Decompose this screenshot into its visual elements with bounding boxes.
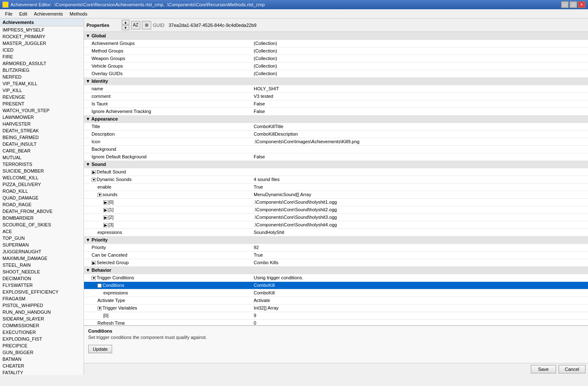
collapse-icon[interactable]: ▼	[97, 284, 102, 288]
achievement-item-fragasm[interactable]: FRAGASM	[0, 295, 84, 302]
table-row[interactable]: Is TauntFalse	[84, 100, 588, 108]
table-row[interactable]: ▶Selected GroupCombo Kills	[84, 259, 588, 266]
collapse-icon[interactable]: ▼	[92, 276, 96, 280]
achievement-item-flyswatter[interactable]: FLYSWATTER	[0, 282, 84, 289]
achievement-item-maximum_damage[interactable]: MAXIMUM_DAMAGE	[0, 255, 84, 262]
menu-file[interactable]: File	[2, 11, 16, 17]
achievement-item-road_kill[interactable]: ROAD_KILL	[0, 188, 84, 194]
achievement-item-scourge_of_skies[interactable]: SCOURGE_OF_SKIES	[0, 221, 84, 228]
table-row[interactable]: ▼ Appearance	[84, 115, 588, 123]
table-row[interactable]: Activate TypeActivate	[84, 297, 588, 304]
achievement-item-mutual[interactable]: MUTUAL	[0, 154, 84, 161]
cancel-button[interactable]: Cancel	[559, 365, 585, 373]
table-row[interactable]: ▶[0].\Components\Core\Sound\holyshit1.og…	[84, 198, 588, 206]
table-row[interactable]: ▼ Behavior	[84, 266, 588, 274]
menu-edit[interactable]: Edit	[16, 11, 31, 17]
update-button[interactable]: Update	[88, 345, 112, 353]
collapse-icon[interactable]: ▶	[103, 223, 108, 227]
achievement-item-steel_rain[interactable]: STEEL_RAIN	[0, 262, 84, 268]
collapse-icon[interactable]: ▶	[103, 208, 108, 212]
achievement-item-master_juggler[interactable]: MASTER_JUGGLER	[0, 40, 84, 47]
achievement-item-watch_your_step[interactable]: WATCH_YOUR_STEP	[0, 107, 84, 114]
collapse-icon[interactable]: ▼	[92, 178, 96, 182]
save-button[interactable]: Save	[531, 365, 556, 373]
achievement-item-batman[interactable]: BATMAN	[0, 356, 84, 362]
achievement-item-commissioner[interactable]: COMMISSIONER	[0, 322, 84, 329]
table-row[interactable]: ▼Dynamic Sounds4 sound files	[84, 176, 588, 183]
achievement-item-juggernaught[interactable]: JUGGERNAUGHT	[0, 248, 84, 255]
achievement-item-death_insult[interactable]: DEATH_INSULT	[0, 141, 84, 147]
minimize-button[interactable]: ─	[561, 1, 569, 8]
table-row[interactable]: Priority92	[84, 244, 588, 251]
properties-area[interactable]: ▼ GlobalAchievement Groups(Collection)Me…	[84, 32, 588, 325]
collapse-icon[interactable]: ▼	[97, 193, 102, 197]
achievement-item-fire[interactable]: FIRE	[0, 53, 84, 60]
achievement-item-harvester[interactable]: HARVESTER	[0, 121, 84, 127]
achievement-item-gun_bigger[interactable]: GUN_BIGGER	[0, 349, 84, 356]
table-row[interactable]: ▶Default Sound	[84, 168, 588, 176]
achievement-item-nerfed[interactable]: NERFED	[0, 74, 84, 80]
achievement-item-armored_assult[interactable]: ARMORED_ASSULT	[0, 60, 84, 67]
achievement-item-blitzkrieg[interactable]: BLITZKRIEG	[0, 67, 84, 74]
table-row[interactable]: Weapon Groups(Collection)	[84, 55, 588, 62]
table-row[interactable]: Ignore Default BackgroundFalse	[84, 153, 588, 160]
achievement-item-top_gun[interactable]: TOP_GUN	[0, 235, 84, 242]
table-row[interactable]: Refresh Time0	[84, 319, 588, 325]
table-row[interactable]: TitleComboKillTitle	[84, 123, 588, 130]
achievement-item-suicide_bomber[interactable]: SUICIDE_BOMBER	[0, 168, 84, 174]
achievement-item-vip_kill[interactable]: VIP_KILL	[0, 87, 84, 94]
table-row[interactable]: Background	[84, 145, 588, 153]
achievement-item-welcome_kill[interactable]: WELCOME_KILL	[0, 174, 84, 181]
achievement-item-lawnmower[interactable]: LAWNMOWER	[0, 114, 84, 121]
table-row[interactable]: ▼Trigger VariablesInt32[] Array	[84, 304, 588, 312]
collapse-icon[interactable]: ▶	[103, 200, 108, 205]
table-row[interactable]: expressionsSoundHolyShit	[84, 228, 588, 236]
table-row[interactable]: Ignore Achievement TrackingFalse	[84, 108, 588, 115]
table-row[interactable]: Can be CanceledTrue	[84, 251, 588, 259]
achievement-item-ace[interactable]: ACE	[0, 228, 84, 235]
collapse-icon[interactable]: ▶	[92, 261, 96, 265]
achievement-item-pizza_delivery[interactable]: PIZZA_DELIVERY	[0, 181, 84, 188]
achievement-item-cheater[interactable]: CHEATER	[0, 362, 84, 369]
table-row[interactable]: Icon.\Components\Core\Images\Achievement…	[84, 138, 588, 145]
sort-az-button[interactable]: AZ	[131, 21, 140, 29]
menu-achievements[interactable]: Achievements	[31, 11, 66, 17]
menu-methods[interactable]: Methods	[66, 11, 91, 17]
achievement-item-care_bear[interactable]: CARE_BEAR	[0, 147, 84, 154]
achievement-item-road_rage[interactable]: ROAD_RAGE	[0, 201, 84, 208]
achievements-list[interactable]: IMPRESS_MYSELFROCKET_PRIMARYMASTER_JUGGL…	[0, 26, 84, 375]
achievement-item-vip_team_kill[interactable]: VIP_TEAM_KILL	[0, 80, 84, 87]
table-row[interactable]: ▶[1].\Components\Core\Sound\holyshit2.og…	[84, 206, 588, 213]
achievement-item-death_from_above[interactable]: DEATH_FROM_ABOVE	[0, 208, 84, 215]
table-row[interactable]: ▼ Priority	[84, 236, 588, 244]
achievement-item-terrorists[interactable]: TERRORISTS	[0, 161, 84, 168]
table-row[interactable]: ▼ Sound	[84, 160, 588, 168]
table-row[interactable]: Vehicle Groups(Collection)	[84, 62, 588, 70]
achievement-item-decimation[interactable]: DECIMATION	[0, 275, 84, 282]
table-row[interactable]: ▼ Identity	[84, 77, 588, 85]
table-row[interactable]: DescriptionComboKillDescription	[84, 130, 588, 138]
achievement-item-fatality[interactable]: FATALITY	[0, 369, 84, 375]
grid-button[interactable]: ⊞	[142, 21, 151, 29]
up-button[interactable]: ▲	[122, 20, 129, 25]
achievement-item-iced[interactable]: ICED	[0, 47, 84, 53]
achievement-item-being_farmed[interactable]: BEING_FARMED	[0, 134, 84, 141]
achievement-item-bombardier[interactable]: BOMBARDIER	[0, 215, 84, 221]
achievement-item-precipice[interactable]: PRECIPICE	[0, 342, 84, 349]
table-row[interactable]: expressionsComboKill	[84, 289, 588, 297]
table-row[interactable]: enableTrue	[84, 183, 588, 191]
achievement-item-rocket_primary[interactable]: ROCKET_PRIMARY	[0, 33, 84, 40]
down-button[interactable]: ▼	[122, 25, 129, 30]
table-row[interactable]: ▶[3].\Components\Core\Sound\holyshit4.og…	[84, 221, 588, 228]
maximize-button[interactable]: □	[570, 1, 577, 8]
achievement-item-revenge[interactable]: REVENGE	[0, 94, 84, 100]
achievement-item-executioner[interactable]: EXECUTIONER	[0, 329, 84, 336]
table-row[interactable]: ▼Trigger ConditionsUsing trigger conditi…	[84, 274, 588, 281]
table-row[interactable]: Overlay GUIDs(Collection)	[84, 70, 588, 77]
achievement-item-exploding_fist[interactable]: EXPLODING_FIST	[0, 336, 84, 342]
table-row[interactable]: ▼ConditionsComboKill	[84, 281, 588, 289]
table-row[interactable]: ▼ Global	[84, 32, 588, 39]
table-row[interactable]: [0]9	[84, 312, 588, 319]
achievement-item-impress_myself[interactable]: IMPRESS_MYSELF	[0, 26, 84, 33]
achievement-item-sidearm_slayer[interactable]: SIDEARM_SLAYER	[0, 315, 84, 322]
